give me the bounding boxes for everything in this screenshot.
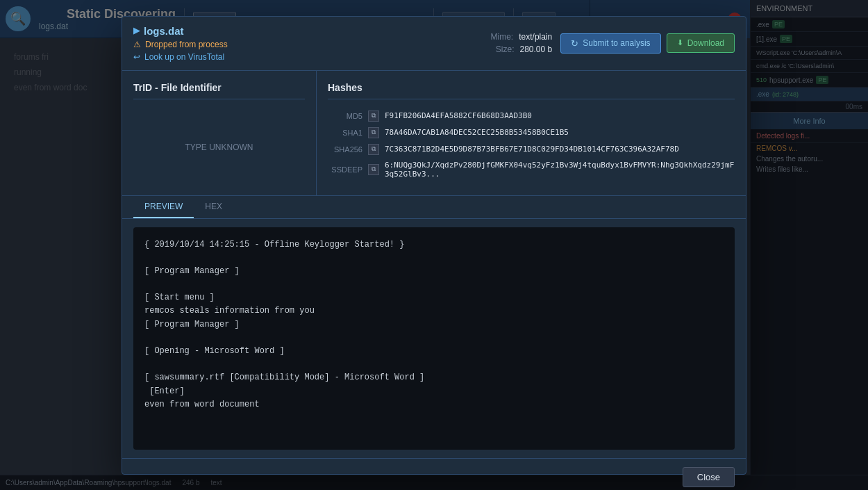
mime-value: text/plain: [519, 32, 552, 42]
hash-label-ssdeep: SSDEEP: [328, 165, 362, 174]
modal-title-section: logs.dat Dropped from process Look up on…: [133, 25, 483, 62]
file-detail-modal: logs.dat Dropped from process Look up on…: [122, 16, 746, 475]
size-label: Size:: [496, 44, 515, 54]
hash-row-ssdeep: SSDEEP ⧉ 6:NUQg3QkJ/XqdzPv280DjfGMKFX04v…: [328, 161, 735, 179]
modal-filename: logs.dat: [133, 25, 483, 37]
modal-footer: Close: [122, 458, 746, 491]
modal-body: TrID - File Identifier TYPE UNKNOWN Hash…: [122, 71, 746, 196]
type-unknown-label: TYPE UNKNOWN: [171, 129, 267, 166]
download-button[interactable]: Download: [667, 33, 735, 53]
hash-row-md5: MD5 ⧉ F91FB206DA4EFA5882CF6B68D3AAD3B0: [328, 111, 735, 122]
hash-value-md5: F91FB206DA4EFA5882CF6B68D3AAD3B0: [385, 111, 532, 120]
modal-header: logs.dat Dropped from process Look up on…: [122, 17, 746, 71]
modal-overlay: logs.dat Dropped from process Look up on…: [0, 0, 868, 490]
mime-label: Mime:: [491, 32, 514, 42]
trid-section: TrID - File Identifier TYPE UNKNOWN: [122, 71, 317, 195]
size-value: 280.00 b: [520, 44, 553, 54]
hash-label-md5: MD5: [328, 112, 362, 120]
modal-warning: Dropped from process: [133, 40, 483, 49]
modal-lookup[interactable]: Look up on VirusTotal: [133, 52, 483, 62]
hash-label-sha1: SHA1: [328, 129, 362, 137]
modal-meta: Mime: text/plain Size: 280.00 b: [491, 32, 553, 54]
hash-row-sha1: SHA1 ⧉ 78A46DA7CAB1A84DEC52CEC25B8B53458…: [328, 127, 735, 138]
tabs-bar: PREVIEW HEX: [122, 196, 746, 219]
hash-copy-sha1[interactable]: ⧉: [368, 127, 379, 138]
hash-value-ssdeep: 6:NUQg3QkJ/XqdzPv280DjfGMKFX04vq52yFz1Bv…: [385, 161, 735, 179]
hash-row-sha256: SHA256 ⧉ 7C363C871B2D4E5D9D87B73BFB67E71…: [328, 144, 735, 155]
hashes-title: Hashes: [328, 82, 735, 99]
hash-copy-ssdeep[interactable]: ⧉: [368, 164, 379, 175]
hash-value-sha256: 7C363C871B2D4E5D9D87B73BFB67E71D8C029FD3…: [385, 145, 679, 154]
hash-copy-md5[interactable]: ⧉: [368, 111, 379, 122]
size-row: Size: 280.00 b: [491, 44, 553, 54]
mime-row: Mime: text/plain: [491, 32, 553, 42]
preview-content[interactable]: { 2019/10/14 14:25:15 - Offline Keylogge…: [133, 227, 735, 450]
preview-text: { 2019/10/14 14:25:15 - Offline Keylogge…: [144, 238, 724, 411]
tab-hex[interactable]: HEX: [194, 196, 233, 218]
close-button[interactable]: Close: [683, 467, 735, 487]
submit-analysis-button[interactable]: Submit to analysis: [560, 33, 660, 54]
hash-label-sha256: SHA256: [328, 145, 362, 154]
tab-preview[interactable]: PREVIEW: [133, 196, 194, 218]
trid-title: TrID - File Identifier: [133, 82, 305, 99]
modal-actions: Submit to analysis Download: [560, 33, 735, 54]
hash-value-sha1: 78A46DA7CAB1A84DEC52CEC25B8B53458B0CE1B5: [385, 128, 569, 137]
hashes-section: Hashes MD5 ⧉ F91FB206DA4EFA5882CF6B68D3A…: [317, 71, 746, 195]
hash-copy-sha256[interactable]: ⧉: [368, 144, 379, 155]
